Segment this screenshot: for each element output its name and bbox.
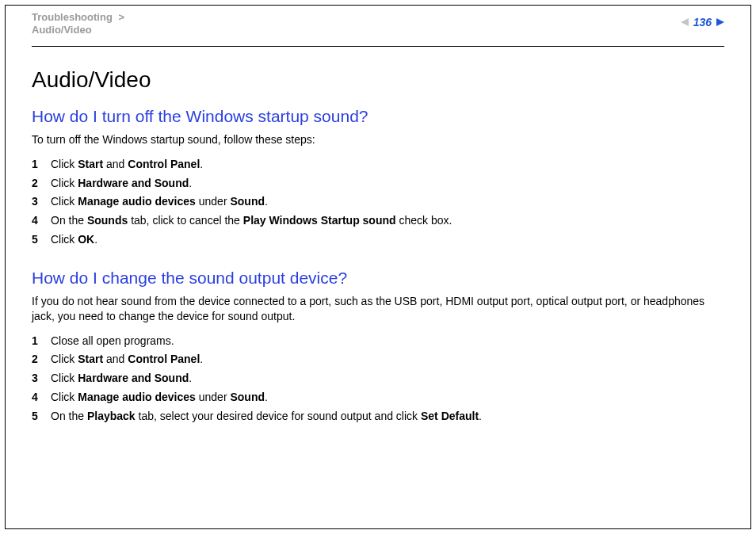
list-item: 5 Click OK.	[32, 231, 724, 250]
list-item: 2 Click Hardware and Sound.	[32, 174, 724, 193]
step-text: Click Manage audio devices under Sound.	[51, 193, 268, 212]
header-divider	[32, 46, 724, 47]
step-text: Close all open programs.	[51, 332, 174, 351]
page-number-nav: 136	[681, 16, 724, 29]
step-number: 4	[32, 212, 51, 231]
section-intro: To turn off the Windows startup sound, f…	[32, 132, 724, 147]
section-heading: How do I change the sound output device?	[32, 269, 724, 288]
breadcrumb: Troubleshooting > Audio/Video	[32, 11, 724, 36]
step-list: 1 Click Start and Control Panel. 2 Click…	[32, 155, 724, 250]
list-item: 1 Close all open programs.	[32, 332, 724, 351]
section-heading: How do I turn off the Windows startup so…	[32, 107, 724, 126]
list-item: 5 On the Playback tab, select your desir…	[32, 407, 724, 426]
page-title: Audio/Video	[32, 67, 724, 93]
step-number: 2	[32, 174, 51, 193]
step-number: 2	[32, 350, 51, 369]
step-number: 4	[32, 388, 51, 407]
breadcrumb-child: Audio/Video	[32, 24, 92, 36]
step-text: On the Sounds tab, click to cancel the P…	[51, 212, 452, 231]
page-number: 136	[693, 16, 712, 29]
breadcrumb-parent: Troubleshooting	[32, 11, 113, 23]
step-text: Click Start and Control Panel.	[51, 350, 203, 369]
list-item: 4 On the Sounds tab, click to cancel the…	[32, 212, 724, 231]
list-item: 1 Click Start and Control Panel.	[32, 155, 724, 174]
prev-page-icon[interactable]	[681, 18, 689, 26]
step-number: 3	[32, 369, 51, 388]
step-text: Click Start and Control Panel.	[51, 155, 203, 174]
step-number: 5	[32, 407, 51, 426]
step-number: 5	[32, 231, 51, 250]
breadcrumb-separator: >	[115, 11, 128, 23]
list-item: 4 Click Manage audio devices under Sound…	[32, 388, 724, 407]
step-text: Click Manage audio devices under Sound.	[51, 388, 268, 407]
list-item: 3 Click Manage audio devices under Sound…	[32, 193, 724, 212]
list-item: 3 Click Hardware and Sound.	[32, 369, 724, 388]
step-text: Click Hardware and Sound.	[51, 174, 192, 193]
step-number: 3	[32, 193, 51, 212]
step-text: On the Playback tab, select your desired…	[51, 407, 482, 426]
step-number: 1	[32, 155, 51, 174]
step-text: Click Hardware and Sound.	[51, 369, 192, 388]
step-number: 1	[32, 332, 51, 351]
page-content: Audio/Video How do I turn off the Window…	[32, 59, 724, 426]
list-item: 2 Click Start and Control Panel.	[32, 350, 724, 369]
step-text: Click OK.	[51, 231, 97, 250]
step-list: 1 Close all open programs. 2 Click Start…	[32, 332, 724, 426]
section-intro: If you do not hear sound from the device…	[32, 294, 724, 324]
page-header: Troubleshooting > Audio/Video 136	[32, 11, 724, 41]
next-page-icon[interactable]	[716, 18, 724, 26]
